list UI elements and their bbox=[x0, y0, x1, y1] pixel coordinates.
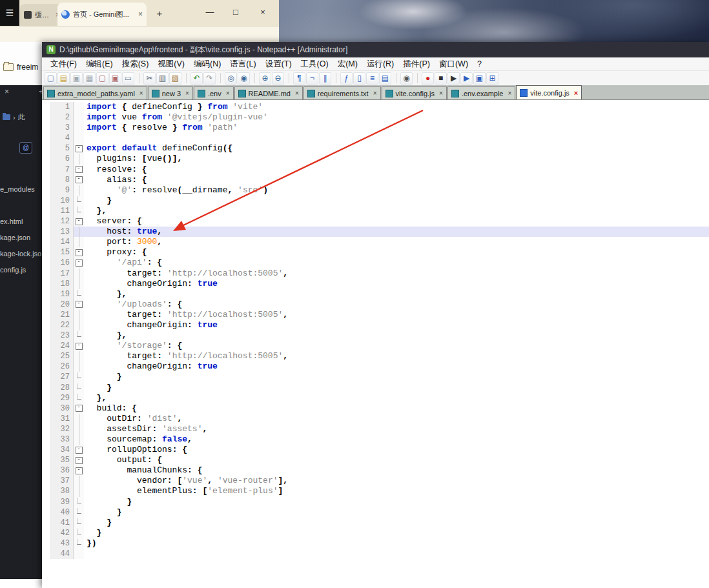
fold-margin[interactable] bbox=[74, 383, 84, 393]
editor-line[interactable]: 28 } bbox=[42, 383, 709, 393]
editor-line[interactable]: 37 vendor: ['vue', 'vue-router'], bbox=[42, 476, 709, 486]
file-tab-4[interactable]: requirements.txt× bbox=[303, 86, 381, 99]
fold-collapse-icon[interactable]: - bbox=[76, 457, 83, 464]
file-tab-6[interactable]: .env.example× bbox=[447, 86, 515, 99]
new-file-icon[interactable]: ▢ bbox=[45, 72, 57, 85]
editor-line[interactable]: 30- build: { bbox=[42, 403, 709, 414]
indent-guide-icon[interactable]: ∥ bbox=[319, 72, 331, 85]
editor-line[interactable]: 5-export default defineConfig({ bbox=[42, 143, 709, 154]
tab-close-icon[interactable]: × bbox=[185, 90, 189, 97]
fold-collapse-icon[interactable]: - bbox=[76, 145, 83, 152]
fold-margin[interactable] bbox=[74, 518, 84, 528]
editor-line[interactable]: 16- '/api': { bbox=[42, 258, 709, 268]
editor-line[interactable]: 33 sourcemap: false, bbox=[42, 434, 709, 445]
file-tab-3[interactable]: README.md× bbox=[234, 86, 303, 99]
fold-margin[interactable] bbox=[74, 507, 84, 518]
fold-margin[interactable] bbox=[74, 414, 84, 424]
editor-line[interactable]: 9 '@': resolve(__dirname, 'src') bbox=[42, 185, 709, 196]
print-icon[interactable]: ▭ bbox=[122, 72, 134, 85]
menu-item-11[interactable]: 窗口(W) bbox=[435, 59, 473, 70]
editor-line[interactable]: 36- manualChunks: { bbox=[42, 465, 709, 476]
close-icon[interactable]: ▢ bbox=[96, 72, 108, 85]
fold-margin[interactable]: - bbox=[74, 455, 84, 465]
fold-margin[interactable]: - bbox=[74, 258, 84, 268]
fold-margin[interactable] bbox=[74, 289, 84, 299]
editor-line[interactable]: 42 } bbox=[42, 528, 709, 538]
fold-margin[interactable] bbox=[74, 497, 84, 507]
fold-margin[interactable] bbox=[74, 424, 84, 434]
editor-line[interactable]: 22 changeOrigin: true bbox=[42, 320, 709, 330]
fold-collapse-icon[interactable]: - bbox=[76, 259, 83, 267]
zoom-out-icon[interactable]: ⊖ bbox=[272, 72, 284, 85]
new-tab-button[interactable]: + bbox=[152, 6, 167, 21]
zoom-in-icon[interactable]: ⊕ bbox=[259, 72, 271, 85]
fold-collapse-icon[interactable]: - bbox=[76, 249, 83, 256]
editor-line[interactable]: 25 target: 'http://localhost:5005', bbox=[42, 351, 709, 361]
copy-icon[interactable]: ▥ bbox=[156, 72, 169, 85]
show-all-characters-icon[interactable]: ¬ bbox=[306, 72, 318, 85]
fold-margin[interactable] bbox=[74, 185, 84, 196]
fold-margin[interactable]: - bbox=[74, 175, 84, 185]
editor-line[interactable]: 6 plugins: [vue()], bbox=[42, 154, 709, 164]
tab-close-icon[interactable]: × bbox=[226, 90, 230, 97]
fold-margin[interactable] bbox=[74, 133, 84, 143]
menu-item-9[interactable]: 运行(R) bbox=[362, 59, 398, 70]
editor-line[interactable]: 17 target: 'http://localhost:5005', bbox=[42, 269, 709, 279]
fold-margin[interactable] bbox=[74, 112, 84, 123]
editor-line[interactable]: 12- server: { bbox=[42, 216, 709, 227]
fold-margin[interactable]: - bbox=[74, 465, 84, 476]
fold-margin[interactable] bbox=[74, 393, 84, 403]
tab-close-icon[interactable]: × bbox=[138, 10, 143, 19]
document-map-icon[interactable]: ▯ bbox=[353, 72, 365, 85]
fold-collapse-icon[interactable]: - bbox=[76, 176, 83, 183]
editor-line[interactable]: 39 } bbox=[42, 497, 709, 507]
window-minimize-button[interactable]: — bbox=[201, 4, 218, 21]
save-icon[interactable]: ▣ bbox=[70, 72, 83, 85]
paste-icon[interactable]: ▧ bbox=[169, 72, 181, 85]
editor-line[interactable]: 21 target: 'http://localhost:5005', bbox=[42, 310, 709, 320]
editor-line[interactable]: 15- proxy: { bbox=[42, 247, 709, 258]
fold-margin[interactable]: - bbox=[74, 165, 84, 175]
fold-collapse-icon[interactable]: - bbox=[76, 447, 83, 454]
browser-menu-icon[interactable]: ☰ bbox=[0, 0, 19, 26]
menu-item-7[interactable]: 工具(O) bbox=[296, 59, 333, 70]
find-icon[interactable]: ◎ bbox=[225, 72, 237, 85]
word-wrap-icon[interactable]: ¶ bbox=[293, 72, 305, 85]
menu-item-8[interactable]: 宏(M) bbox=[333, 59, 362, 70]
file-tab-5[interactable]: vite.config.js× bbox=[382, 86, 447, 99]
editor-line[interactable]: 40 } bbox=[42, 507, 709, 518]
editor-line[interactable]: 7- resolve: { bbox=[42, 165, 709, 175]
play-macro-icon[interactable]: ▶ bbox=[447, 72, 460, 85]
editor-line[interactable]: 4 bbox=[42, 133, 709, 143]
app-badge-icon[interactable]: @ bbox=[19, 142, 32, 154]
fold-margin[interactable]: - bbox=[74, 143, 84, 154]
fold-margin[interactable] bbox=[74, 351, 84, 361]
editor-line[interactable]: 2import vue from '@vitejs/plugin-vue' bbox=[42, 112, 709, 123]
menu-item-2[interactable]: 搜索(S) bbox=[118, 59, 154, 70]
replace-icon[interactable]: ◉ bbox=[238, 72, 250, 85]
stop-record-icon[interactable]: ■ bbox=[435, 72, 447, 85]
fold-margin[interactable] bbox=[74, 279, 84, 289]
tab-close-icon[interactable]: × bbox=[439, 90, 443, 97]
folder-as-workspace-icon[interactable]: ▤ bbox=[379, 72, 391, 85]
fold-collapse-icon[interactable]: - bbox=[76, 405, 83, 412]
tab-close-icon[interactable]: × bbox=[574, 89, 578, 97]
fold-margin[interactable] bbox=[74, 237, 84, 247]
run-macro-multiple-icon[interactable]: ▶ bbox=[460, 72, 473, 85]
editor-line[interactable]: 34- rollupOptions: { bbox=[42, 445, 709, 455]
background-file-3[interactable]: kage-lock.jso bbox=[0, 250, 41, 258]
close-all-icon[interactable]: ▣ bbox=[109, 72, 121, 85]
fold-margin[interactable] bbox=[74, 320, 84, 330]
undo-icon[interactable]: ↶ bbox=[190, 72, 203, 85]
window-maximize-button[interactable]: □ bbox=[227, 4, 244, 21]
fold-margin[interactable] bbox=[74, 196, 84, 206]
background-file-2[interactable]: kage.json bbox=[0, 234, 30, 241]
editor-line[interactable]: 44 bbox=[42, 549, 709, 559]
bookmark-folder[interactable]: freeim bbox=[3, 63, 38, 72]
record-macro-icon[interactable]: ● bbox=[422, 72, 434, 85]
fold-collapse-icon[interactable]: - bbox=[76, 218, 83, 225]
redo-icon[interactable]: ↷ bbox=[203, 72, 216, 85]
menu-item-4[interactable]: 编码(N) bbox=[189, 59, 225, 70]
cut-icon[interactable]: ✂ bbox=[143, 72, 156, 85]
save-macro-icon[interactable]: ▣ bbox=[473, 72, 486, 85]
